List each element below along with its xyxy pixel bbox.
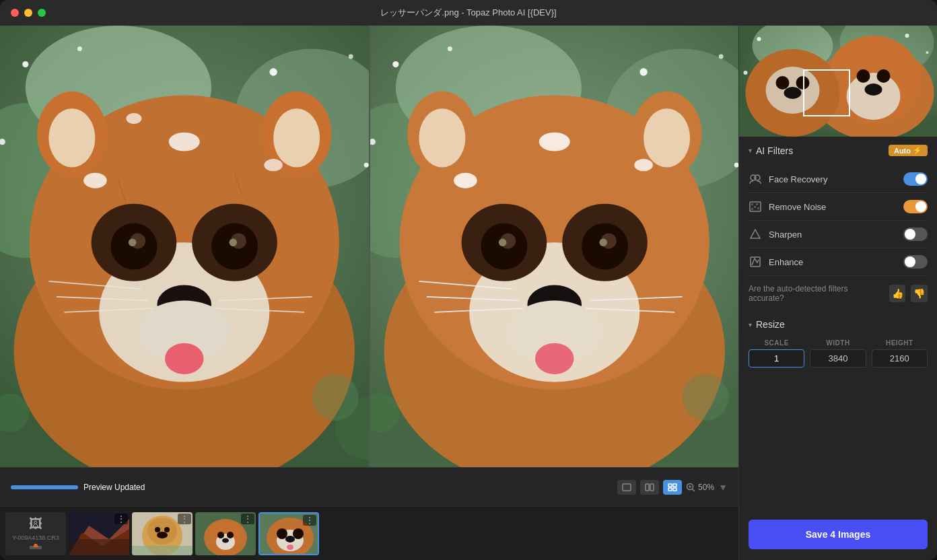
resize-section: ▾ Resize SCALE WIDTH HEIGHT (749, 311, 928, 376)
image-viewport (0, 26, 738, 467)
close-button[interactable] (11, 9, 19, 17)
svg-point-27 (22, 61, 28, 67)
auto-badge[interactable]: Auto ⚡ (889, 145, 928, 156)
svg-point-125 (847, 73, 901, 120)
preview-badge: Preview Updated (11, 483, 145, 492)
svg-point-117 (293, 528, 304, 539)
svg-point-134 (757, 37, 761, 41)
svg-point-77 (454, 173, 477, 188)
svg-point-13 (129, 238, 137, 246)
resize-title: Resize (756, 319, 785, 330)
svg-rect-88 (673, 488, 676, 491)
thumbs-down-button[interactable]: 👎 (911, 285, 928, 302)
minimize-button[interactable] (24, 9, 32, 17)
svg-point-19 (48, 108, 95, 167)
svg-point-58 (599, 238, 607, 246)
width-input[interactable] (810, 349, 866, 368)
height-input[interactable] (872, 349, 928, 368)
filmstrip-item-3[interactable]: ⋮ (195, 512, 256, 555)
svg-point-78 (634, 159, 653, 171)
filmstrip-placeholder-item[interactable]: 🖼 Y-009A4138.CR3 (5, 512, 66, 555)
preview-status-text: Preview Updated (83, 483, 145, 492)
svg-point-36 (264, 159, 283, 171)
svg-marker-146 (751, 230, 760, 238)
svg-rect-98 (69, 539, 129, 555)
scale-input[interactable] (749, 349, 804, 368)
face-recovery-toggle[interactable] (903, 172, 928, 186)
enhance-toggle[interactable] (903, 255, 928, 269)
single-view-button[interactable] (617, 480, 636, 495)
save-section: Save 4 Images (739, 509, 937, 560)
filmstrip-more-btn-3[interactable]: ⋮ (241, 514, 254, 524)
resize-title-row: ▾ Resize (749, 319, 928, 330)
split-h-view-button[interactable] (640, 480, 659, 495)
svg-point-63 (419, 108, 465, 167)
svg-point-130 (784, 87, 802, 99)
remove-noise-toggle[interactable] (903, 200, 928, 213)
original-panel (0, 26, 369, 467)
svg-point-132 (877, 69, 891, 83)
svg-point-17 (165, 343, 204, 374)
filter-remove-noise: Remove Noise (749, 193, 928, 221)
resize-chevron-icon[interactable]: ▾ (749, 321, 752, 328)
sharpen-toggle[interactable] (903, 228, 928, 241)
ai-filters-chevron-icon[interactable]: ▾ (749, 147, 752, 154)
filmstrip-more-btn-4[interactable]: ⋮ (303, 515, 316, 526)
svg-point-76 (734, 163, 738, 168)
svg-point-65 (644, 108, 690, 167)
image-area: Preview Updated (0, 26, 738, 560)
svg-point-112 (222, 538, 229, 542)
svg-point-104 (157, 532, 168, 538)
filmstrip-more-btn-1[interactable]: ⋮ (114, 514, 128, 524)
maximize-button[interactable] (38, 9, 46, 17)
ai-filters-title: AI Filters (756, 145, 793, 156)
ai-filters-header: ▾ AI Filters Auto ⚡ (749, 145, 928, 156)
height-col: HEIGHT (872, 339, 928, 368)
filmstrip-item-4[interactable]: ⋮ (258, 512, 319, 555)
save-button[interactable]: Save 4 Images (749, 520, 928, 549)
filter-sharpen: Sharpen (749, 221, 928, 248)
svg-rect-141 (751, 203, 753, 205)
enhance-label: Enhance (769, 257, 903, 267)
svg-rect-83 (646, 484, 649, 491)
svg-point-102 (155, 527, 160, 532)
zoom-dropdown-button[interactable]: ▼ (718, 482, 728, 493)
width-label: WIDTH (810, 339, 866, 347)
lightning-icon: ⚡ (913, 146, 922, 155)
svg-point-129 (796, 76, 810, 90)
filmstrip-filename: Y-009A4138.CR3 (12, 534, 59, 541)
ai-filters-title-row: ▾ AI Filters (749, 145, 793, 156)
filters-section: ▾ AI Filters Auto ⚡ (739, 137, 937, 509)
thumbs-up-button[interactable]: 👍 (889, 285, 906, 302)
split-view (0, 26, 738, 467)
svg-point-29 (269, 68, 277, 76)
svg-rect-86 (673, 484, 676, 487)
svg-point-73 (639, 68, 648, 76)
filmstrip-more-btn-2[interactable]: ⋮ (178, 514, 191, 524)
svg-point-14 (230, 238, 238, 246)
width-col: WIDTH (810, 339, 866, 368)
minimap[interactable] (739, 26, 937, 137)
svg-point-118 (285, 536, 295, 542)
main-content: Preview Updated (0, 26, 937, 560)
svg-rect-87 (668, 488, 672, 491)
sharpen-icon (749, 228, 762, 241)
zoom-control: 50% (686, 483, 714, 492)
resize-inputs: SCALE WIDTH HEIGHT (749, 339, 928, 368)
svg-point-80 (682, 374, 728, 421)
svg-point-74 (718, 55, 723, 59)
face-recovery-label: Face Recovery (769, 174, 903, 184)
svg-rect-82 (623, 484, 631, 491)
window-title: レッサーパンダ.png - Topaz Photo AI [{DEV}] (380, 7, 556, 19)
split-grid-view-button[interactable] (663, 480, 682, 495)
titlebar: レッサーパンダ.png - Topaz Photo AI [{DEV}] (0, 0, 937, 26)
svg-rect-145 (757, 207, 759, 209)
svg-point-136 (926, 51, 929, 54)
image-placeholder-icon: 🖼 (29, 516, 42, 532)
svg-point-35 (83, 173, 107, 188)
filmstrip-item-1[interactable]: ⋮ (69, 512, 129, 555)
svg-point-101 (147, 518, 177, 545)
filmstrip-item-2[interactable]: ⋮ (132, 512, 193, 555)
svg-point-128 (776, 76, 790, 90)
remove-noise-icon (749, 200, 762, 213)
